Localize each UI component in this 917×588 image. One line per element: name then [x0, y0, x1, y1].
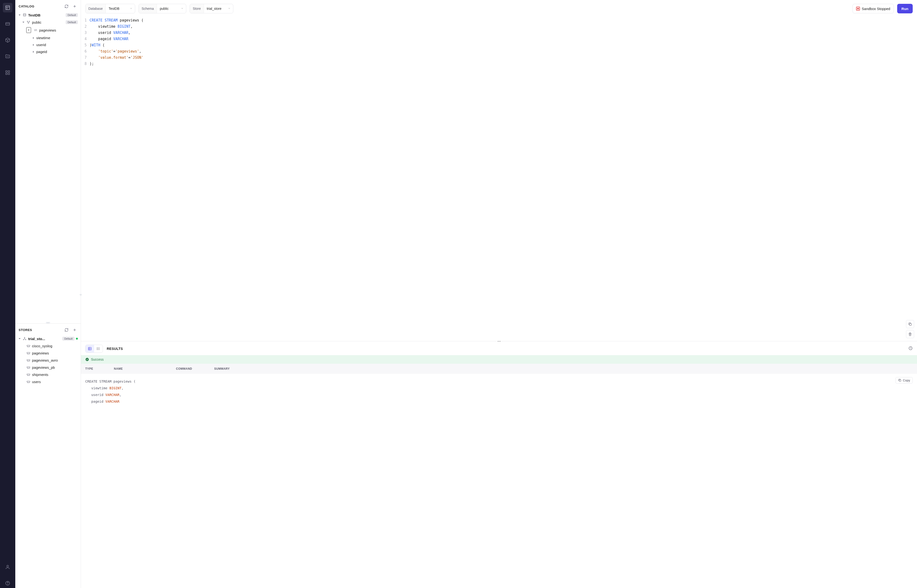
copy-editor-icon[interactable]: [906, 320, 914, 328]
topic-icon: [26, 380, 31, 384]
list-view-icon[interactable]: [94, 345, 103, 352]
chevron-down-icon: [18, 337, 21, 340]
tree-topic[interactable]: cisco_syslog: [17, 342, 79, 349]
chevron-right-icon: [32, 50, 35, 53]
store-name: trial_sto...: [28, 337, 45, 341]
column-name: userid: [36, 43, 46, 47]
tree-topic[interactable]: pageviews_pb: [17, 364, 79, 371]
column-name: viewtime: [36, 36, 50, 40]
stores-refresh-icon[interactable]: [63, 327, 69, 333]
nav-user-icon[interactable]: [3, 562, 13, 572]
topic-icon: [26, 372, 31, 376]
nav-workspace-icon[interactable]: [3, 3, 13, 13]
selector-label: Store: [190, 4, 204, 13]
svg-point-17: [29, 21, 30, 22]
tree-stream[interactable]: pageviews: [17, 26, 79, 34]
success-text: Success: [91, 357, 103, 361]
history-icon[interactable]: [908, 346, 913, 351]
topic-icon: [26, 365, 31, 370]
code-content[interactable]: CREATE STREAM pageviews ( viewtime BIGIN…: [90, 17, 917, 340]
catalog-add-icon[interactable]: [72, 3, 77, 9]
default-badge: Default: [62, 337, 74, 341]
copy-result-button[interactable]: Copy: [896, 377, 913, 384]
nav-code-folder-icon[interactable]: [3, 52, 13, 61]
nav-help-icon[interactable]: [3, 578, 13, 588]
selector-value: trial_store: [204, 7, 225, 11]
stream-name: pageviews: [39, 28, 56, 32]
svg-rect-3: [6, 23, 10, 25]
database-selector[interactable]: Database TestDB: [85, 4, 135, 13]
store-selector[interactable]: Store trial_store: [190, 4, 233, 13]
chevron-down-icon[interactable]: [26, 27, 31, 33]
table-view-icon[interactable]: [86, 345, 94, 352]
catalog-title: CATALOG: [19, 5, 63, 8]
catalog-panel: CATALOG TestDB Default public Defau: [15, 0, 81, 323]
sandbox-status[interactable]: Sandbox Stopped: [852, 4, 894, 13]
database-icon: [23, 13, 27, 17]
tree-column[interactable]: pageid: [17, 48, 79, 55]
nav-cube-icon[interactable]: [3, 36, 13, 45]
check-circle-icon: [85, 357, 89, 361]
svg-rect-37: [899, 380, 901, 381]
tree-column[interactable]: viewtime: [17, 34, 79, 41]
sidebar: CATALOG TestDB Default public Defau: [15, 0, 81, 588]
results-panel: ⋯ RESULTS Success TYPE NAME COMMAND SUMM…: [81, 341, 917, 588]
chevron-down-icon: [18, 14, 21, 16]
tree-schema[interactable]: public Default: [17, 19, 79, 26]
database-name: TestDB: [28, 13, 40, 17]
svg-rect-8: [6, 73, 7, 74]
catalog-refresh-icon[interactable]: [63, 3, 69, 9]
chevron-down-icon: [22, 21, 25, 24]
topic-name: pageviews_pb: [32, 365, 55, 370]
col-type: TYPE: [85, 367, 104, 370]
sidebar-main-splitter[interactable]: ⋮: [79, 294, 82, 296]
run-button[interactable]: Run: [897, 4, 913, 13]
chevron-down-icon: [178, 7, 186, 11]
topic-name: pageviews: [32, 351, 49, 355]
svg-rect-6: [6, 71, 7, 72]
tree-topic[interactable]: pageviews: [17, 349, 79, 357]
topic-name: pageviews_avro: [32, 358, 58, 362]
svg-rect-24: [909, 323, 911, 325]
results-view-toggle: [85, 345, 103, 353]
stop-icon: [856, 7, 860, 11]
editor-results-splitter[interactable]: ⋯: [81, 340, 917, 342]
tree-topic[interactable]: shipments: [17, 371, 79, 378]
col-summary: SUMMARY: [214, 367, 913, 370]
schema-name: public: [32, 20, 41, 24]
nav-apps-icon[interactable]: [3, 68, 13, 78]
store-icon: [23, 336, 27, 341]
stores-panel: STORES trial_sto... Default cisco_syslog…: [15, 323, 81, 588]
line-gutter: 12345678: [81, 17, 90, 340]
stores-title: STORES: [19, 328, 63, 332]
success-banner: Success: [81, 355, 917, 364]
topic-name: users: [32, 380, 41, 384]
tree-topic[interactable]: users: [17, 378, 79, 385]
selector-label: Schema: [139, 4, 157, 13]
tree-column[interactable]: userid: [17, 41, 79, 48]
editor[interactable]: 12345678 CREATE STREAM pageviews ( viewt…: [81, 16, 917, 341]
topic-icon: [26, 344, 31, 348]
svg-point-21: [24, 337, 25, 338]
topic-icon: [26, 358, 31, 362]
tree-store[interactable]: trial_sto... Default: [17, 335, 79, 342]
tree-topic[interactable]: pageviews_avro: [17, 357, 79, 364]
clear-editor-icon[interactable]: [906, 330, 914, 338]
result-body: Copy CREATE STREAM pageviews ( viewtime …: [81, 374, 917, 588]
svg-point-15: [23, 13, 26, 15]
schema-selector[interactable]: Schema public: [139, 4, 186, 13]
svg-point-34: [97, 349, 97, 350]
chevron-right-icon: [32, 44, 35, 46]
nav-rail: [0, 0, 15, 588]
svg-rect-9: [8, 73, 10, 74]
tree-database[interactable]: TestDB Default: [17, 11, 79, 19]
selector-label: Database: [86, 4, 106, 13]
nav-card-icon[interactable]: [3, 19, 13, 29]
chevron-down-icon: [225, 7, 233, 11]
column-name: pageid: [36, 50, 47, 54]
status-dot-icon: [76, 338, 78, 339]
copy-icon: [898, 378, 901, 382]
stores-add-icon[interactable]: [72, 327, 77, 333]
stream-icon: [34, 28, 38, 32]
results-table-header: TYPE NAME COMMAND SUMMARY: [81, 364, 917, 374]
